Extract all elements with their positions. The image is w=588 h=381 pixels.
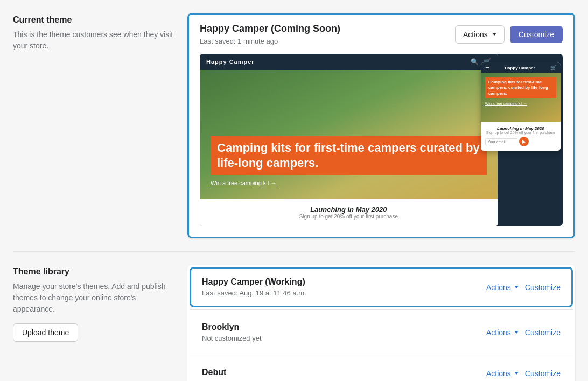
upload-theme-button[interactable]: Upload theme <box>13 323 78 342</box>
library-theme-divider-1 <box>190 355 573 355</box>
mobile-submit-icon: ▶ <box>519 137 529 146</box>
mockup-bottom: Launching in May 2020 Sign up to get 20%… <box>200 199 498 226</box>
theme-info: Happy Camper (Coming Soon) Last saved: 1… <box>200 23 340 45</box>
library-theme-row-0: Happy Camper (Working) Last saved: Aug. … <box>191 269 571 306</box>
theme-preview: Happy Camper 🔍 🛒 Camping <box>189 54 573 237</box>
current-theme-section: Current theme This is the theme customer… <box>0 0 588 251</box>
library-actions-chevron-0 <box>514 286 519 288</box>
mobile-email-input[interactable] <box>485 138 517 145</box>
library-theme-actions-2: Actions Customize <box>486 369 561 378</box>
library-theme-actions-1: Actions Customize <box>486 328 561 337</box>
hero-text: Camping kits for first-time campers cura… <box>217 140 480 171</box>
library-actions-label-2: Actions <box>486 369 511 378</box>
current-theme-desc: This is the theme customers see when the… <box>13 29 174 52</box>
mobile-menu-icon: ☰ <box>485 65 489 70</box>
mobile-logo: Happy Camper <box>505 66 535 70</box>
library-actions-button-2[interactable]: Actions <box>486 369 519 378</box>
mockup-hero: Camping kits for first-time campers cura… <box>200 70 498 199</box>
library-actions-button-1[interactable]: Actions <box>486 328 519 337</box>
launch-title: Launching in May 2020 <box>211 206 487 214</box>
mobile-hero: Camping kits for first-time campers, cur… <box>481 73 561 122</box>
current-theme-card: Happy Camper (Coming Soon) Last saved: 1… <box>187 13 575 238</box>
library-actions-label-0: Actions <box>486 283 511 292</box>
current-theme-name: Happy Camper (Coming Soon) <box>200 23 340 34</box>
current-theme-sidebar: Current theme This is the theme customer… <box>13 13 174 52</box>
library-theme-item-0: Happy Camper (Working) Last saved: Aug. … <box>190 267 573 307</box>
desktop-mockup: Happy Camper 🔍 🛒 Camping <box>200 54 498 226</box>
mobile-nav: ☰ Happy Camper 🛒 <box>481 62 561 73</box>
library-actions-button-0[interactable]: Actions <box>486 283 519 292</box>
page-container: Current theme This is the theme customer… <box>0 0 588 381</box>
upload-theme-label: Upload theme <box>22 328 69 337</box>
actions-button[interactable]: Actions <box>455 25 505 44</box>
launch-sub: Sign up to get 20% off your first purcha… <box>211 214 487 220</box>
mobile-launch-title: Launching in May 2020 <box>485 126 556 131</box>
library-customize-button-0[interactable]: Customize <box>525 283 561 292</box>
library-theme-sub-1: Not customized yet <box>202 334 262 342</box>
current-theme-content: Happy Camper (Coming Soon) Last saved: 1… <box>187 13 575 238</box>
library-actions-label-1: Actions <box>486 328 511 337</box>
library-theme-info-2: Debut <box>202 368 226 379</box>
mobile-hero-text: Camping kits for first-time campers, cur… <box>488 80 553 96</box>
mobile-cart-icon: 🛒 <box>550 65 556 70</box>
library-theme-name-2: Debut <box>202 368 226 377</box>
mobile-cta: Win a free camping kit → <box>485 102 556 105</box>
library-actions-chevron-2 <box>514 372 519 375</box>
library-theme-row-1: Brooklyn Not customized yet Actions Cust… <box>191 314 571 351</box>
current-theme-title: Current theme <box>13 15 174 25</box>
actions-label: Actions <box>463 30 488 39</box>
library-desc: Manage your store's themes. Add and publ… <box>13 281 174 315</box>
mobile-mockup: ☰ Happy Camper 🛒 Camping kits for first-… <box>481 62 561 151</box>
last-saved-text: Last saved: 1 minute ago <box>200 37 278 45</box>
library-theme-row-2: Debut Actions Customize <box>191 359 571 381</box>
library-sidebar: Theme library Manage your store's themes… <box>13 265 174 342</box>
library-theme-divider-0 <box>190 309 573 310</box>
library-theme-item-1: Brooklyn Not customized yet Actions Cust… <box>190 312 573 352</box>
library-theme-actions-0: Actions Customize <box>486 283 561 292</box>
customize-button[interactable]: Customize <box>510 26 563 43</box>
theme-library-section: Theme library Manage your store's themes… <box>0 252 588 381</box>
search-icon: 🔍 <box>471 58 479 66</box>
mobile-launch-sub: Sign up to get 20% off your first purcha… <box>485 131 556 135</box>
library-theme-info-0: Happy Camper (Working) Last saved: Aug. … <box>202 277 306 297</box>
theme-header: Happy Camper (Coming Soon) Last saved: 1… <box>189 15 573 54</box>
actions-chevron-icon <box>492 33 496 36</box>
mockup-logo: Happy Camper <box>206 59 255 65</box>
library-title: Theme library <box>13 267 174 277</box>
library-theme-name-1: Brooklyn <box>202 322 262 332</box>
hero-text-block: Camping kits for first-time campers cura… <box>211 136 487 175</box>
hero-cta: Win a free camping kit → <box>211 180 487 186</box>
mobile-email-row: ▶ <box>485 137 556 146</box>
library-customize-button-1[interactable]: Customize <box>525 328 561 337</box>
library-theme-info-1: Brooklyn Not customized yet <box>202 322 262 342</box>
hero-overlay: Camping kits for first-time campers cura… <box>200 128 498 199</box>
library-theme-name-0: Happy Camper (Working) <box>202 277 306 287</box>
preview-container: Happy Camper 🔍 🛒 Camping <box>200 54 563 226</box>
library-customize-button-2[interactable]: Customize <box>525 369 561 378</box>
mobile-hero-text-block: Camping kits for first-time campers, cur… <box>485 77 556 98</box>
library-theme-sub-0: Last saved: Aug. 19 at 11:46 a.m. <box>202 289 306 297</box>
mockup-nav: Happy Camper 🔍 🛒 <box>200 54 498 70</box>
library-actions-chevron-1 <box>514 331 519 334</box>
library-theme-item-2: Debut Actions Customize <box>190 357 573 381</box>
library-themes: Happy Camper (Working) Last saved: Aug. … <box>187 265 575 381</box>
mobile-bottom: Launching in May 2020 Sign up to get 20%… <box>481 122 561 151</box>
theme-actions: Actions Customize <box>455 25 563 44</box>
